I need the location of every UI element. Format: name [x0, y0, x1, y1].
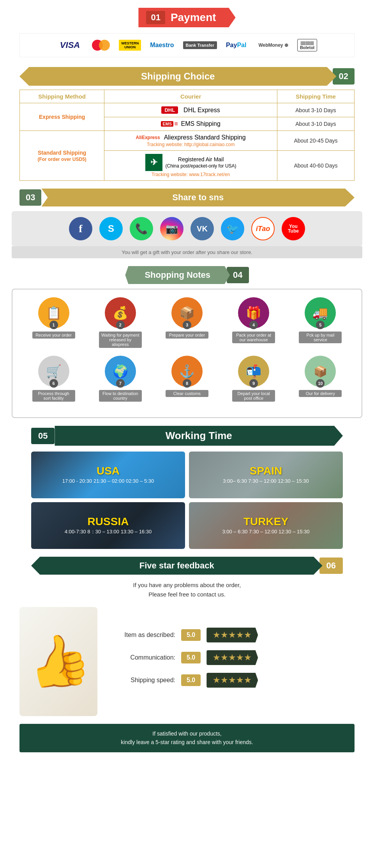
bank-transfer-icon: Bank Transfer — [183, 41, 217, 49]
payment-title: Payment — [171, 11, 216, 24]
footer-line2: kindly leave a 5-star rating and share w… — [121, 739, 253, 745]
feedback-title: Five star feedback — [31, 557, 323, 575]
dhl-time: About 3-10 Days — [277, 103, 354, 117]
social-icons-row: f S 📞 📷 VK 🐦 iTao You Tube — [12, 211, 362, 246]
step-8-icon: ⚓ 8 — [171, 356, 203, 387]
ali-time: About 20-45 Days — [277, 131, 354, 151]
aliexpress-logo: AliExpress — [136, 135, 160, 140]
step-3: 📦 3 Prepare your order — [166, 297, 208, 339]
airmail-cell: ✈ Registered Air Mail(China post/epacket… — [104, 151, 277, 181]
step-2-icon: 💰 2 — [105, 297, 136, 328]
share-num-badge: 03 — [19, 189, 41, 206]
rating-row-3: Shipping speed: 5.0 ★★★★★ — [105, 673, 355, 688]
step-2: 💰 2 Waiting for payment released by alix… — [99, 297, 142, 348]
rating-stars-3: ★★★★★ — [206, 673, 258, 688]
step-8-label: Clear customs — [166, 390, 208, 397]
express-method-cell: Express Shipping — [20, 103, 104, 131]
ratings-area: Item as described: 5.0 ★★★★★ Communicati… — [105, 628, 355, 695]
step-10: 📦 10 Our for delivery — [299, 356, 342, 397]
step-7-num: 7 — [116, 379, 125, 388]
webmoney-icon: WebMoney ⊕ — [255, 41, 291, 49]
step-9-icon: 📬 9 — [238, 356, 269, 387]
wt-card-spain: SPAIN 3:00– 6:30 7:30 – 12:00 12:30 – 15… — [189, 452, 343, 498]
col-method: Shipping Method — [20, 90, 104, 103]
rating-score-1: 5.0 — [181, 629, 201, 641]
shipping-header: Shipping Choice 02 — [19, 67, 355, 86]
ems-name: EMS Shipping — [181, 120, 220, 127]
col-courier: Courier — [104, 90, 277, 103]
step-9: 📬 9 Depart your local post office — [232, 356, 275, 402]
ali-cell: AliExpress Aliexpress Standard Shipping … — [104, 131, 277, 151]
step-4-label: Pack your order at our warehouse — [232, 332, 275, 343]
step-6-icon: 🛒 6 — [38, 356, 69, 387]
share-title: Share to sns — [41, 189, 355, 206]
feedback-num-badge: 06 — [319, 557, 343, 574]
wt-card-russia: RUSSIA 4:00-7:30 8：30 – 13:00 13:30 – 16… — [31, 502, 185, 549]
wt-country-turkey: TURKEY — [243, 515, 288, 528]
shipping-table: Shipping Method Courier Shipping Time Ex… — [19, 90, 355, 181]
steps-row-2: 🛒 6 Process through sort facility 🌍 7 Fl… — [20, 356, 354, 402]
step-4-icon: 🎁 4 — [238, 297, 269, 328]
rating-stars-1: ★★★★★ — [206, 628, 258, 642]
wt-country-spain: SPAIN — [250, 465, 282, 477]
table-row: Express Shipping DHL DHL Express About 3… — [20, 103, 355, 117]
step-2-num: 2 — [116, 321, 125, 329]
notes-title: Shopping Notes — [125, 266, 230, 284]
wt-country-usa: USA — [97, 465, 120, 477]
twitter-icon[interactable]: 🐦 — [221, 217, 244, 240]
share-gift-text: You will get a gift with your order afte… — [12, 246, 362, 258]
itao-icon[interactable]: iTao — [251, 217, 275, 240]
shopping-notes-section: Shopping Notes 04 📋 1 Receive your order… — [0, 266, 374, 418]
step-1-icon: 📋 1 — [38, 297, 69, 328]
wt-num-badge: 05 — [31, 428, 55, 444]
maestro-icon: Maestro — [147, 40, 177, 50]
table-row: Standard Shipping (For order over USD5) … — [20, 131, 355, 151]
visa-icon: VISA — [57, 39, 83, 52]
dhl-name: DHL Express — [183, 107, 220, 114]
step-1: 📋 1 Receive your order — [32, 297, 75, 339]
feedback-content: 👍 Item as described: 5.0 ★★★★★ Communica… — [19, 607, 355, 716]
wt-card-usa: USA 17:00 - 20:30 21:30 – 02:00 02:30 – … — [31, 452, 185, 498]
vk-icon[interactable]: VK — [191, 217, 214, 240]
notes-num-badge: 04 — [227, 267, 249, 283]
rating-stars-2: ★★★★★ — [206, 650, 258, 665]
whatsapp-icon[interactable]: 📞 — [130, 217, 153, 240]
facebook-icon[interactable]: f — [69, 217, 92, 240]
step-2-label: Waiting for payment released by alixpres… — [99, 332, 142, 348]
airmail-logo: ✈ — [145, 154, 162, 171]
wt-times-spain: 3:00– 6:30 7:30 – 12:00 12:30 – 15:30 — [223, 477, 309, 485]
instagram-icon[interactable]: 📷 — [160, 217, 183, 240]
wt-card-turkey: TURKEY 3:00 – 6:30 7:30 – 12:00 12:30 – … — [189, 502, 343, 549]
airmail-tracking: Tracking website: www.17track.net/en — [109, 172, 272, 177]
thumbs-area: 👍 — [19, 607, 105, 716]
dhl-cell: DHL DHL Express — [104, 103, 277, 117]
wt-title: Working Time — [55, 426, 343, 446]
youtube-icon[interactable]: You Tube — [282, 217, 305, 240]
rating-label-1: Item as described: — [105, 632, 175, 639]
rating-row-2: Communication: 5.0 ★★★★★ — [105, 650, 355, 665]
step-1-label: Receive your order — [32, 332, 75, 339]
step-3-label: Prepare your order — [166, 332, 208, 339]
dhl-logo: DHL — [161, 106, 178, 114]
ali-tracking: Tracking website: http://global.cainiao.… — [109, 142, 272, 147]
working-time-grid: USA 17:00 - 20:30 21:30 – 02:00 02:30 – … — [31, 452, 343, 549]
step-7-icon: 🌍 7 — [105, 356, 136, 387]
step-3-num: 3 — [183, 321, 191, 329]
skype-icon[interactable]: S — [99, 217, 123, 240]
step-8-num: 8 — [183, 379, 191, 388]
wt-country-russia: RUSSIA — [88, 515, 129, 528]
rating-label-3: Shipping speed: — [105, 677, 175, 684]
rating-score-2: 5.0 — [181, 652, 201, 663]
feedback-intro-line2: Please feel free to contact us. — [148, 591, 226, 598]
share-section: 03 Share to sns f S 📞 📷 VK 🐦 iTao You Tu… — [0, 189, 374, 258]
wt-times-russia: 4:00-7:30 8：30 – 13:00 13:30 – 16:30 — [65, 528, 152, 536]
step-4: 🎁 4 Pack your order at our warehouse — [232, 297, 275, 343]
boletol-icon: |||||||||||Boletol — [297, 39, 317, 51]
step-6: 🛒 6 Process through sort facility — [32, 356, 75, 402]
footer-line1: If satisfied with our products, — [152, 730, 221, 737]
step-3-icon: 📦 3 — [171, 297, 203, 328]
step-9-num: 9 — [249, 379, 258, 388]
step-5-num: 5 — [316, 321, 325, 329]
wt-times-usa: 17:00 - 20:30 21:30 – 02:00 02:30 – 5:30 — [62, 477, 154, 485]
payment-num-badge: 01 — [146, 11, 165, 24]
